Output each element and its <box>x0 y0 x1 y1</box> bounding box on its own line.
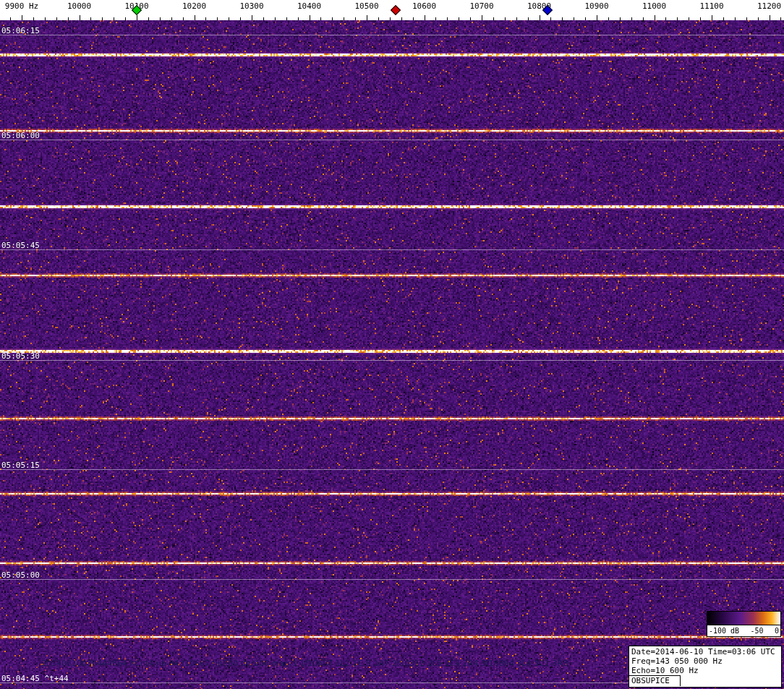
freq-tick <box>723 17 724 20</box>
freq-tick <box>10 17 11 20</box>
info-date-time: Date=2014-06-10 Time=03:06 UTC <box>631 647 779 656</box>
freq-tick <box>217 17 218 20</box>
freq-tick <box>700 17 701 20</box>
freq-tick <box>355 17 356 20</box>
color-gradient-bar <box>707 611 781 625</box>
info-rx-frequency: Freq=143 050 000 Hz <box>631 656 779 666</box>
freq-tick <box>195 15 195 20</box>
freq-tick <box>643 17 644 20</box>
freq-label: 10600 <box>412 1 436 11</box>
freq-tick <box>735 17 736 20</box>
freq-label: 9900 Hz <box>5 1 38 11</box>
freq-tick <box>447 17 448 20</box>
freq-tick <box>528 17 529 20</box>
freq-tick <box>367 15 367 20</box>
freq-label: 11200 <box>757 1 781 11</box>
color-scale-legend: -100 dB -50 0 <box>707 611 781 637</box>
freq-tick <box>425 15 425 20</box>
freq-tick <box>770 15 770 20</box>
info-box: Date=2014-06-10 Time=03:06 UTC Freq=143 … <box>629 646 782 688</box>
freq-label: 11000 <box>642 1 666 11</box>
freq-tick <box>171 17 172 20</box>
freq-tick <box>33 17 34 20</box>
freq-tick <box>45 17 46 20</box>
legend-min-label: -100 dB <box>709 627 739 635</box>
freq-label: 10500 <box>354 1 378 11</box>
spectrogram-screen: 9900 Hz100001010010200103001040010500106… <box>0 0 784 689</box>
time-gridline <box>0 360 784 361</box>
freq-tick <box>160 17 161 20</box>
freq-tick <box>620 17 621 20</box>
color-scale-labels: -100 dB -50 0 <box>707 625 781 637</box>
freq-tick <box>125 17 126 20</box>
freq-tick <box>597 15 597 20</box>
info-station: OBSUPICE <box>629 675 681 686</box>
freq-tick <box>183 17 184 20</box>
freq-tick <box>102 17 103 20</box>
freq-tick <box>459 17 459 20</box>
freq-label: 10700 <box>469 1 493 11</box>
freq-tick <box>585 17 586 20</box>
freq-tick <box>631 17 632 20</box>
freq-tick <box>114 17 114 20</box>
freq-tick <box>205 17 206 20</box>
frequency-axis: 9900 Hz100001010010200103001040010500106… <box>0 0 784 20</box>
freq-tick <box>148 17 149 20</box>
freq-tick <box>562 17 563 20</box>
freq-tick <box>470 17 471 20</box>
freq-tick <box>665 17 666 20</box>
legend-max-label: 0 <box>775 627 779 635</box>
freq-tick <box>608 17 609 20</box>
freq-tick <box>263 17 264 20</box>
time-gridline <box>0 579 784 580</box>
freq-tick <box>550 17 551 20</box>
freq-tick <box>90 17 91 20</box>
freq-tick <box>344 17 344 20</box>
freq-tick <box>505 17 506 20</box>
freq-tick <box>390 17 391 20</box>
freq-tick <box>574 17 574 20</box>
freq-tick <box>516 17 517 20</box>
freq-tick <box>493 17 494 20</box>
freq-tick <box>332 17 333 20</box>
freq-label: 10000 <box>67 1 91 11</box>
freq-tick <box>252 15 252 20</box>
freq-label: 10200 <box>182 1 206 11</box>
freq-tick <box>298 17 299 20</box>
freq-tick <box>677 17 678 20</box>
freq-tick <box>655 15 655 20</box>
freq-tick <box>435 17 436 20</box>
freq-tick <box>746 17 747 20</box>
freq-tick <box>758 17 759 20</box>
time-gridline <box>0 140 784 140</box>
freq-tick <box>320 17 321 20</box>
info-echo-frequency: Echo=10 600 Hz <box>631 666 779 675</box>
freq-tick <box>401 17 402 20</box>
freq-tick <box>712 15 712 20</box>
freq-tick <box>540 15 540 20</box>
freq-tick <box>137 15 137 20</box>
freq-label: 11100 <box>699 1 723 11</box>
freq-tick <box>780 17 781 20</box>
time-gridline <box>0 35 784 35</box>
freq-tick <box>80 15 80 20</box>
freq-tick <box>56 17 57 20</box>
time-gridline <box>0 469 784 470</box>
freq-tick <box>378 17 379 20</box>
freq-tick <box>310 15 310 20</box>
freq-label: 10900 <box>584 1 608 11</box>
spectrogram-overlay: 20140610030444864 hCnt4 nb-84 f10607 hit… <box>0 0 784 689</box>
freq-label: 10400 <box>297 1 321 11</box>
freq-tick <box>286 17 287 20</box>
freq-tick <box>482 15 482 20</box>
detection-text: 20140610030444864 hCnt4 nb-84 f10607 hit… <box>41 659 568 668</box>
freq-tick <box>275 17 276 20</box>
freq-tick <box>22 15 22 20</box>
freq-tick <box>240 17 241 20</box>
marker-red-diamond-icon <box>391 5 401 15</box>
freq-label: 10300 <box>239 1 263 11</box>
freq-tick <box>413 17 414 20</box>
time-gridline <box>0 249 784 250</box>
freq-tick <box>68 17 69 20</box>
freq-tick <box>229 17 229 20</box>
